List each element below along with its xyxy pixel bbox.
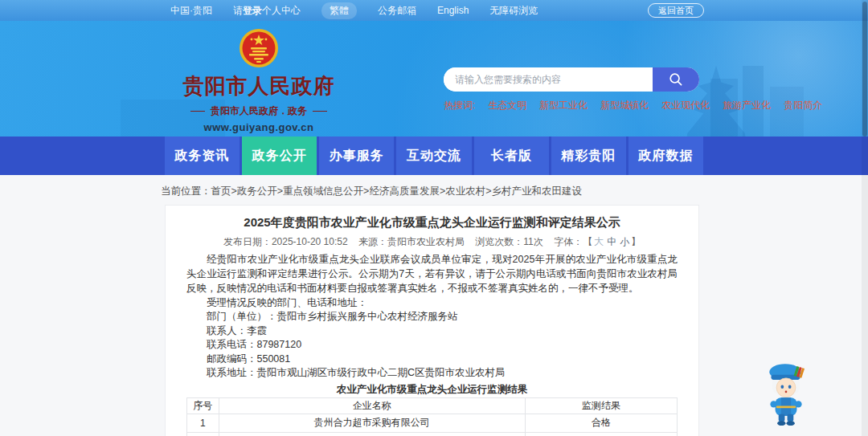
nav-item-disclosure[interactable]: 政务公开 [242, 137, 317, 175]
contact-line: 联系电话：87987120 [186, 338, 678, 352]
hot-search-word[interactable]: 贵阳简介 [784, 99, 822, 112]
nav-item-news[interactable]: 政务资讯 [165, 137, 240, 175]
table-cell: 贵州合力超市采购有限公司 [219, 414, 525, 432]
nav-item-highlights[interactable]: 精彩贵阳 [551, 137, 626, 175]
site-url: www.guiyang.gov.cn [178, 121, 339, 133]
header-banner: 贵阳市人民政府 贵阳市人民政府．政务 www.guiyang.gov.cn 热搜… [0, 21, 868, 137]
topbar-link-mail[interactable]: 公务邮箱 [378, 4, 416, 18]
topbar-link-traditional[interactable]: 繁體 [321, 2, 357, 19]
view-count: 浏览次数：11次 [475, 236, 542, 247]
main-nav-bar: 政务资讯 政务公开 办事服务 互动交流 长者版 精彩贵阳 政府数据 [0, 137, 868, 175]
search-icon [668, 71, 684, 88]
search-button[interactable] [653, 67, 699, 92]
results-table: 序号 企业名称 监测结果 1 贵州合力超市采购有限公司 合格 2 贵州友禾种业有… [186, 397, 678, 436]
login-strong: 登录 [243, 5, 262, 16]
table-cell: 2 [187, 432, 219, 436]
assistant-mascot[interactable] [760, 360, 812, 429]
hot-search-row: 热搜词: 生态文明 新型工业化 新型城镇化 农业现代化 旅游产业化 贵阳简介 [444, 99, 822, 112]
article-paragraph: 受理情况反映的部门、电话和地址： [186, 295, 678, 310]
breadcrumb-label: 当前位置： [161, 185, 211, 197]
table-row: 1 贵州合力超市采购有限公司 合格 [187, 414, 678, 432]
breadcrumb-path[interactable]: 首页>政务公开>重点领域信息公开>经济高质量发展>农业农村>乡村产业和农田建设 [211, 185, 583, 197]
article-card: 2025年度贵阳市农业产业化市级重点龙头企业运行监测和评定结果公示 发布日期：2… [165, 205, 699, 436]
article-paragraph: 经贵阳市农业产业化市级重点龙头企业联席会议成员单位审定，现对2025年开展的农业… [186, 252, 678, 295]
table-row: 2 贵州友禾种业有限公司 合格 [187, 432, 678, 436]
breadcrumb: 当前位置：首页>政务公开>重点领域信息公开>经济高质量发展>农业农村>乡村产业和… [161, 185, 582, 198]
article-source: 来源：贵阳市农业农村局 [358, 236, 465, 247]
publish-date: 发布日期：2025-10-20 10:52 [223, 236, 348, 247]
site-name: 贵阳市人民政府 [178, 72, 339, 100]
font-size-small[interactable]: 小 [620, 236, 629, 247]
article-title: 2025年度贵阳市农业产业化市级重点龙头企业运行监测和评定结果公示 [186, 215, 678, 230]
page-body: 当前位置：首页>政务公开>重点领域信息公开>经济高质量发展>农业农村>乡村产业和… [0, 175, 868, 436]
contact-line: 联系人：李霞 [186, 324, 678, 339]
font-size-label-close: 】 [631, 236, 641, 247]
national-emblem-icon [238, 27, 280, 71]
nav-item-services[interactable]: 办事服务 [319, 137, 394, 175]
topbar-link-english[interactable]: English [437, 5, 469, 16]
nav-item-interaction[interactable]: 互动交流 [396, 137, 471, 175]
topbar-login-link[interactable]: 请登录个人中心 [233, 4, 301, 18]
table-header-cell: 监测结果 [525, 397, 677, 414]
table-cell: 1 [187, 414, 219, 432]
table-caption: 农业产业化市级重点龙头企业运行监测结果 [186, 384, 678, 395]
topbar-link-accessibility[interactable]: 无障碍浏览 [489, 4, 538, 18]
search-input[interactable] [444, 67, 653, 92]
hot-search-word[interactable]: 新型城镇化 [600, 99, 649, 112]
nav-item-data[interactable]: 政府数据 [628, 137, 703, 175]
table-cell: 贵州友禾种业有限公司 [219, 432, 525, 436]
table-header-cell: 企业名称 [219, 397, 525, 414]
table-header-cell: 序号 [187, 397, 219, 414]
font-size-medium[interactable]: 中 [607, 236, 616, 247]
scrollbar-track[interactable] [862, 0, 868, 436]
login-prefix: 请 [233, 5, 243, 16]
nav-item-elderly[interactable]: 长者版 [474, 137, 549, 175]
hot-search-label: 热搜词: [444, 99, 475, 112]
contact-line: 邮政编码：550081 [186, 352, 678, 367]
contact-line: 部门（单位）：贵阳市乡村振兴服务中心农村经济服务站 [186, 310, 678, 324]
hot-search-word[interactable]: 新型工业化 [539, 99, 588, 112]
search-bar [444, 67, 699, 92]
login-suffix: 个人中心 [262, 5, 301, 16]
site-subtitle-text: 贵阳市人民政府．政务 [211, 104, 307, 118]
table-cell: 合格 [525, 414, 677, 432]
font-size-large[interactable]: 大 [594, 236, 604, 247]
article-meta: 发布日期：2025-10-20 10:52 来源：贵阳市农业农村局 浏览次数：1… [186, 236, 678, 247]
font-size-label: 字体：【 [554, 236, 592, 247]
hot-search-word[interactable]: 农业现代化 [661, 99, 710, 112]
table-header-row: 序号 企业名称 监测结果 [187, 397, 678, 414]
site-logo[interactable]: 贵阳市人民政府 贵阳市人民政府．政务 www.guiyang.gov.cn [178, 27, 339, 133]
top-utility-bar: 中国·贵阳 请登录个人中心 繁體 公务邮箱 English 无障碍浏览 返回首页 [0, 0, 868, 21]
table-cell: 合格 [525, 432, 677, 436]
site-subtitle: 贵阳市人民政府．政务 [178, 104, 339, 118]
home-button[interactable]: 返回首页 [648, 3, 704, 18]
contact-line: 联系地址：贵阳市观山湖区市级行政中心二期C区贵阳市农业农村局 [186, 366, 678, 381]
hot-search-word[interactable]: 旅游产业化 [723, 99, 771, 112]
topbar-link-region[interactable]: 中国·贵阳 [170, 4, 212, 18]
hot-search-word[interactable]: 生态文明 [488, 99, 526, 112]
scrollbar-thumb[interactable] [862, 2, 867, 137]
article-body: 经贵阳市农业产业化市级重点龙头企业联席会议成员单位审定，现对2025年开展的农业… [186, 252, 678, 381]
